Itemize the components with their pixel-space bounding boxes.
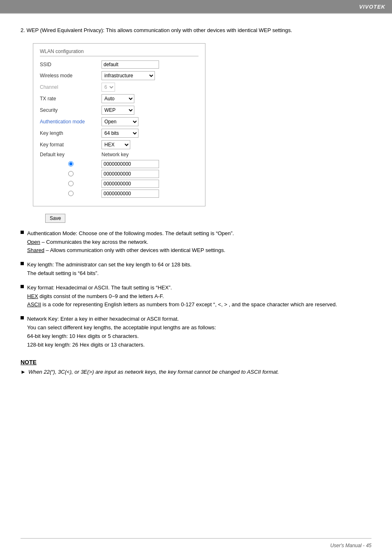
wireless-mode-label: Wireless mode <box>40 73 101 79</box>
note-item-1: ► When 22(“), 3C(<), or 3E(>) are input … <box>21 369 371 375</box>
channel-row: Channel 6 <box>40 83 198 92</box>
network-key-main-text: Network Key: Enter a key in either hexad… <box>27 315 371 349</box>
auth-mode-section: Authentication Mode: Choose one of the f… <box>21 229 371 255</box>
bullet-icon-networkkey <box>21 316 24 319</box>
key-length-select[interactable]: 64 bits 128 bits <box>101 129 138 138</box>
hex-link: HEX <box>27 293 38 299</box>
footer-page-number: User's Manual - 45 <box>330 543 371 548</box>
top-bar: VIVOTEK <box>0 0 392 13</box>
key-format-label: Key format <box>40 142 101 148</box>
key-length-main-text: Key length: The administrator can set th… <box>27 261 371 278</box>
key-input-3[interactable] <box>101 180 159 188</box>
auth-mode-row: Authentication mode Open Shared <box>40 117 198 126</box>
save-button[interactable]: Save <box>45 214 65 223</box>
step-description: 2. WEP (Wired Equivalent Privacy): This … <box>21 26 371 35</box>
network-key-section: Network Key: Enter a key in either hexad… <box>21 315 371 349</box>
txrate-label: TX rate <box>40 96 101 102</box>
key-row-4 <box>40 190 198 198</box>
note-title: NOTE <box>21 359 371 365</box>
auth-mode-bullet-row: Authentication Mode: Choose one of the f… <box>21 229 371 255</box>
key-radio-area-1 <box>40 161 101 166</box>
txrate-select[interactable]: Auto <box>101 94 134 103</box>
network-key-label: Network key <box>101 152 129 157</box>
note-section: NOTE ► When 22(“), 3C(<), or 3E(>) are i… <box>21 359 371 375</box>
brand-logo: VIVOTEK <box>359 4 385 10</box>
channel-label: Channel <box>40 84 101 90</box>
default-key-label: Default key <box>40 152 101 157</box>
key-format-bullet-row: Key format: Hexadecimal or ASCII. The fa… <box>21 284 371 309</box>
open-link: Open <box>27 239 40 245</box>
auth-mode-select[interactable]: Open Shared <box>101 117 138 126</box>
key-input-4[interactable] <box>101 190 159 198</box>
key-length-section: Key length: The administrator can set th… <box>21 261 371 278</box>
wireless-mode-select[interactable]: infrastructure <box>101 71 155 80</box>
wlan-title: WLAN configuration <box>40 49 198 56</box>
shared-link: Shared <box>27 247 44 253</box>
txrate-row: TX rate Auto <box>40 94 198 103</box>
wireless-mode-row: Wireless mode infrastructure <box>40 71 198 80</box>
bullet-icon-auth <box>21 231 24 234</box>
note-arrow-icon: ► <box>21 369 26 375</box>
key-radio-3[interactable] <box>68 181 74 186</box>
ascii-link: ASCII <box>27 301 41 308</box>
security-select[interactable]: WEP <box>101 106 134 115</box>
bullet-icon-keyformat <box>21 285 24 288</box>
default-key-header-row: Default key Network key <box>40 152 198 157</box>
step-text: WEP (Wired Equivalent Privacy): This all… <box>26 27 292 33</box>
key-format-row: Key format HEX ASCII <box>40 140 198 149</box>
auth-mode-main-text: Authentication Mode: Choose one of the f… <box>27 229 371 255</box>
key-radio-area-2 <box>40 171 101 176</box>
key-input-1[interactable] <box>101 160 159 168</box>
note-text-1: When 22(“), 3C(<), or 3E(>) are input as… <box>28 369 279 375</box>
security-row: Security WEP <box>40 106 198 115</box>
key-length-row: Key length 64 bits 128 bits <box>40 129 198 138</box>
bullet-icon-keylength <box>21 262 24 265</box>
key-format-section: Key format: Hexadecimal or ASCII. The fa… <box>21 284 371 309</box>
key-format-select[interactable]: HEX ASCII <box>101 140 130 149</box>
security-label: Security <box>40 107 101 113</box>
key-row-3 <box>40 180 198 188</box>
wlan-config-box: WLAN configuration SSID Wireless mode in… <box>33 43 205 206</box>
network-key-bullet-row: Network Key: Enter a key in either hexad… <box>21 315 371 349</box>
key-radio-area-3 <box>40 181 101 186</box>
key-radio-2[interactable] <box>68 171 74 176</box>
ssid-input[interactable] <box>101 60 159 69</box>
channel-select[interactable]: 6 <box>101 83 115 92</box>
key-radio-area-4 <box>40 191 101 196</box>
key-input-2[interactable] <box>101 170 159 178</box>
key-format-main-text: Key format: Hexadecimal or ASCII. The fa… <box>27 284 371 309</box>
ssid-label: SSID <box>40 62 101 67</box>
key-row-2 <box>40 170 198 178</box>
ssid-row: SSID <box>40 60 198 69</box>
key-radio-4[interactable] <box>68 191 74 196</box>
key-length-bullet-row: Key length: The administrator can set th… <box>21 261 371 278</box>
step-number: 2. <box>21 27 25 33</box>
key-row-1 <box>40 160 198 168</box>
key-rows-container <box>40 160 198 198</box>
main-content: 2. WEP (Wired Equivalent Privacy): This … <box>0 14 392 387</box>
footer-divider <box>21 538 371 539</box>
save-button-container: Save <box>33 210 371 223</box>
auth-mode-label: Authentication mode <box>40 119 101 125</box>
key-length-label: Key length <box>40 130 101 136</box>
key-radio-1[interactable] <box>68 161 74 166</box>
